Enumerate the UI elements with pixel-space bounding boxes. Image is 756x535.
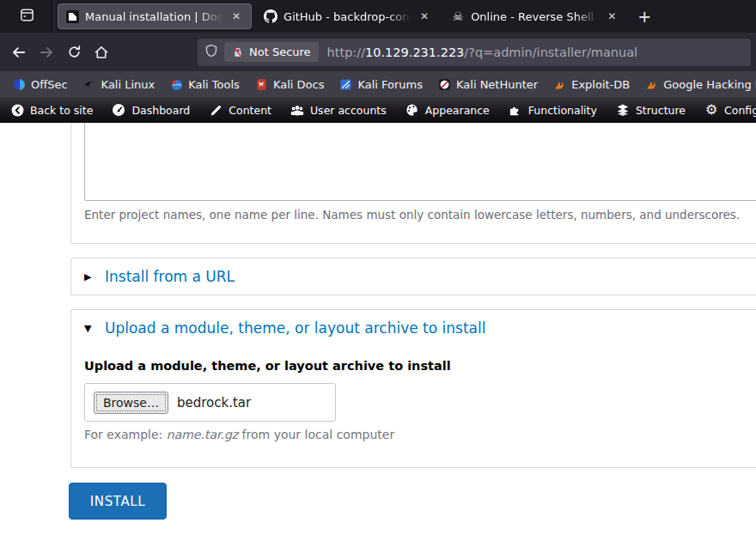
- upload-archive-fieldset: ▼ Upload a module, theme, or layout arch…: [70, 309, 756, 468]
- install-from-url-toggle[interactable]: Install from a URL: [105, 268, 235, 285]
- admin-toolbar: Back to site Dashboard Content User acco…: [0, 97, 756, 123]
- not-secure-label: Not Secure: [249, 46, 311, 58]
- bookmark-kali-nethunter[interactable]: Kali NetHunter: [432, 76, 544, 94]
- install-from-url-fieldset: ▶ Install from a URL: [70, 258, 756, 295]
- url-scheme: http://: [327, 46, 365, 59]
- back-button[interactable]: [5, 39, 33, 66]
- backdrop-favicon: [65, 9, 79, 23]
- url-path: /?q=admin/installer/manual: [464, 46, 637, 59]
- bookmark-kali-linux[interactable]: Kali Linux: [77, 76, 162, 94]
- palette-icon: [405, 103, 419, 117]
- install-button[interactable]: INSTALL: [69, 483, 167, 520]
- navigation-toolbar: Not Secure http://10.129.231.223/?q=admi…: [0, 33, 756, 71]
- github-favicon: [264, 9, 277, 23]
- firefox-view-button[interactable]: [0, 0, 55, 33]
- users-icon: [290, 103, 304, 117]
- shield-icon[interactable]: [204, 44, 218, 61]
- bookmarks-bar: OffSec Kali Linux Kali Tools Kali Docs K…: [0, 71, 756, 97]
- ghdb-icon: [645, 78, 658, 91]
- bookmark-exploit-db[interactable]: Exploit-DB: [547, 76, 636, 94]
- admin-back-to-site[interactable]: Back to site: [2, 100, 101, 120]
- forward-button[interactable]: [33, 39, 60, 66]
- admin-configuration[interactable]: ⚙ Configuration: [696, 100, 756, 120]
- expanded-arrow-icon: ▼: [84, 323, 94, 334]
- url-text: http://10.129.231.223/?q=admin/installer…: [327, 46, 637, 59]
- page-content: Enter project names, one name per line. …: [0, 123, 756, 535]
- tab-title: GitHub - backdrop-contrib: [284, 10, 411, 23]
- layers-icon: [616, 103, 630, 117]
- kali-nethunter-icon: [438, 78, 451, 91]
- project-names-description: Enter project names, one name per line. …: [84, 208, 754, 222]
- not-secure-badge[interactable]: Not Secure: [224, 42, 319, 62]
- project-names-fieldset: Enter project names, one name per line. …: [70, 123, 756, 244]
- upload-help-text: For example: name.tar.gz from your local…: [84, 428, 754, 441]
- selected-file-name: bedrock.tar: [177, 395, 251, 410]
- bookmark-google-hacking-db[interactable]: Google Hacking DB: [639, 76, 756, 94]
- url-bar[interactable]: Not Secure http://10.129.231.223/?q=admi…: [198, 39, 751, 66]
- url-host: 10.129.231.223: [365, 46, 464, 59]
- offsec-icon: [13, 78, 26, 91]
- admin-functionality[interactable]: Functionality: [500, 100, 606, 120]
- kali-tools-icon: [170, 78, 183, 91]
- forward-icon: [39, 45, 54, 60]
- file-input[interactable]: Browse… bedrock.tar: [84, 383, 336, 422]
- bookmark-kali-forums[interactable]: Kali Forums: [333, 76, 429, 94]
- collapsed-arrow-icon: ▶: [84, 271, 94, 283]
- admin-user-accounts[interactable]: User accounts: [282, 100, 395, 120]
- tab-close-icon[interactable]: ✕: [417, 9, 432, 23]
- tab-close-icon[interactable]: ✕: [229, 9, 244, 23]
- skull-favicon: ☠: [451, 9, 465, 23]
- admin-dashboard[interactable]: Dashboard: [103, 100, 198, 120]
- pencil-icon: [209, 103, 223, 117]
- kali-forums-icon: [339, 78, 352, 91]
- tab-close-icon[interactable]: ✕: [604, 9, 619, 23]
- browse-button[interactable]: Browse…: [94, 392, 168, 414]
- kali-linux-icon: [83, 78, 96, 91]
- tab-github[interactable]: GitHub - backdrop-contrib ✕: [257, 3, 439, 29]
- new-tab-button[interactable]: +: [629, 5, 660, 27]
- home-icon: [94, 45, 109, 60]
- project-names-textarea[interactable]: [84, 123, 756, 201]
- tab-manual-installation[interactable]: Manual installation | Dog ✕: [58, 3, 252, 29]
- upload-archive-toggle[interactable]: Upload a module, theme, or layout archiv…: [105, 319, 485, 337]
- bookmark-offsec[interactable]: OffSec: [7, 76, 74, 94]
- insecure-lock-icon: [232, 46, 244, 58]
- admin-content[interactable]: Content: [200, 100, 280, 120]
- gear-icon: ⚙: [704, 103, 718, 117]
- tab-title: Manual installation | Dog: [85, 10, 223, 23]
- file-example: name.tar.gz: [167, 428, 238, 441]
- admin-appearance[interactable]: Appearance: [397, 100, 498, 120]
- bookmark-kali-tools[interactable]: Kali Tools: [164, 76, 246, 94]
- bookmark-kali-docs[interactable]: Kali Docs: [249, 76, 331, 94]
- home-button[interactable]: [88, 39, 115, 66]
- upload-field-label: Upload a module, theme, or layout archiv…: [84, 359, 754, 373]
- kali-docs-icon: [255, 78, 268, 91]
- tab-strip: Manual installation | Dog ✕ GitHub - bac…: [0, 0, 756, 33]
- firefox-view-icon: [20, 8, 34, 26]
- back-icon: [11, 45, 27, 60]
- reload-button[interactable]: [60, 39, 88, 66]
- back-circle-icon: [10, 103, 24, 117]
- tab-reverse-shell[interactable]: ☠ Online - Reverse Shell Gen ✕: [444, 3, 626, 29]
- gauge-icon: [112, 103, 125, 117]
- tab-title: Online - Reverse Shell Gen: [471, 10, 598, 23]
- puzzle-icon: [509, 103, 522, 117]
- reload-icon: [67, 45, 82, 59]
- admin-structure[interactable]: Structure: [607, 100, 694, 120]
- exploit-db-icon: [553, 78, 566, 91]
